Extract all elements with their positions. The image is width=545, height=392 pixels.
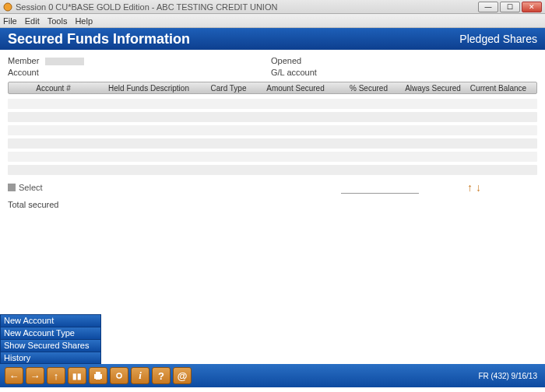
at-button[interactable]: @ [173,367,192,384]
col-pct[interactable]: % Secured [339,84,398,93]
menu-tools[interactable]: Tools [47,16,68,26]
table-row[interactable] [8,125,537,135]
left-button-stack: New Account New Account Type Show Secure… [0,314,101,364]
svg-rect-2 [96,372,100,374]
menu-file[interactable]: File [3,16,17,26]
col-description[interactable]: Held Funds Description [98,84,199,93]
page-header: Secured Funds Information Pledged Shares [0,28,545,50]
app-icon [3,2,12,12]
info-button[interactable]: i [131,367,149,384]
col-balance[interactable]: Current Balance [468,84,536,93]
col-amount[interactable]: Amount Secured [258,84,339,93]
table-row[interactable] [8,99,537,109]
table-row[interactable] [8,152,537,162]
history-button[interactable]: History [0,352,101,364]
grid-body [8,99,537,175]
total-secured-label: Total secured [8,200,537,209]
svg-point-0 [4,3,12,11]
pause-button[interactable]: ▮▮ [68,367,86,384]
col-always[interactable]: Always Secured [398,84,468,93]
window-titlebar: Session 0 CU*BASE GOLD Edition - ABC TES… [0,0,545,14]
minimize-button[interactable]: — [478,2,498,12]
table-row[interactable] [8,112,537,122]
forward-button[interactable]: → [26,367,44,384]
link-button[interactable] [110,367,128,384]
up-button[interactable]: ↑ [47,367,65,384]
new-account-button[interactable]: New Account [0,314,101,327]
content-area: Member Opened Account G/L account Accoun… [0,50,545,364]
scroll-up-icon[interactable]: ↑ [467,181,473,194]
print-icon [93,370,104,381]
menu-help[interactable]: Help [75,16,93,26]
close-button[interactable]: ✕ [522,2,542,12]
glaccount-label: G/L account [271,68,333,77]
link-icon [114,370,125,381]
member-value [45,56,271,65]
col-account[interactable]: Account # [9,84,98,93]
scroll-down-icon[interactable]: ↓ [476,181,481,194]
window-title: Session 0 CU*BASE GOLD Edition - ABC TES… [16,2,478,12]
menu-edit[interactable]: Edit [25,16,40,26]
col-cardtype[interactable]: Card Type [199,84,258,93]
table-row[interactable] [8,138,537,149]
back-button[interactable]: ← [5,367,23,384]
account-value [45,68,271,77]
select-label: Select [19,183,43,192]
print-button[interactable] [89,367,107,384]
redacted-value [45,58,84,65]
help-button[interactable]: ? [152,367,171,384]
page-subtitle: Pledged Shares [459,33,537,45]
footer-toolbar: ← → ↑ ▮▮ i ? @ FR (432) 9/16/13 [0,364,545,387]
footer-text: FR (432) 9/16/13 [478,372,537,380]
page-title: Secured Funds Information [8,31,459,47]
opened-label: Opened [271,56,333,65]
grid-header: Account # Held Funds Description Card Ty… [8,82,537,94]
account-label: Account [8,68,45,77]
svg-rect-3 [96,377,100,380]
underline-field [341,193,419,194]
maximize-button[interactable]: ☐ [500,2,520,12]
menu-bar: File Edit Tools Help [0,14,545,28]
show-secured-shares-button[interactable]: Show Secured Shares [0,339,101,352]
table-row[interactable] [8,165,537,175]
new-account-type-button[interactable]: New Account Type [0,327,101,339]
member-label: Member [8,56,45,65]
select-icon[interactable] [8,184,16,191]
select-bar: Select ↑ ↓ [8,181,537,194]
